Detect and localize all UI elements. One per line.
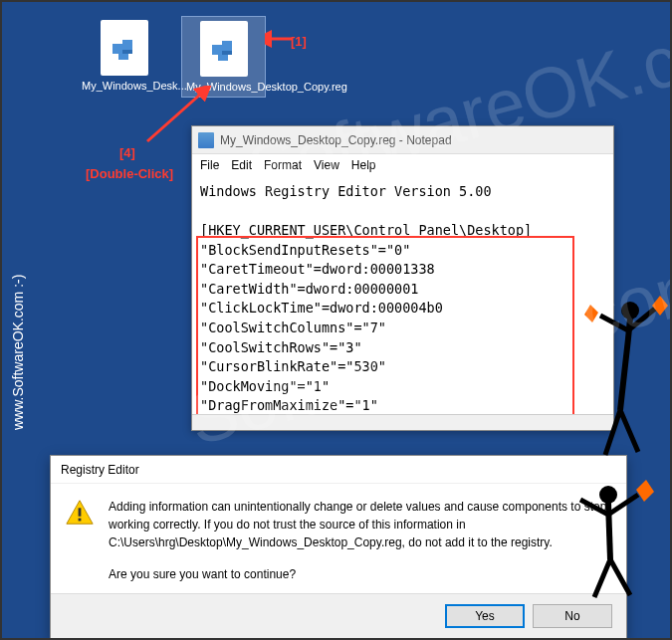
svg-rect-3 xyxy=(122,50,132,54)
dialog-body: Adding information can unintentionally c… xyxy=(51,484,626,593)
svg-rect-11 xyxy=(79,508,82,516)
dialog-message: Adding information can unintentionally c… xyxy=(109,498,612,551)
svg-rect-12 xyxy=(79,519,82,522)
site-credit: www.SoftwareOK.com :-) xyxy=(10,275,26,430)
notepad-titlebar[interactable]: My_Windows_Desktop_Copy.reg - Notepad xyxy=(192,126,613,154)
reg-file-glyph xyxy=(101,20,148,76)
menu-view[interactable]: View xyxy=(314,158,339,172)
reg-file-glyph xyxy=(200,21,248,77)
svg-rect-7 xyxy=(222,51,232,55)
notepad-menubar: File Edit Format View Help xyxy=(192,154,613,176)
dialog-footer: Yes No xyxy=(51,593,626,638)
menu-format[interactable]: Format xyxy=(264,158,302,172)
callout-4: [4] xyxy=(119,145,135,160)
dialog-titlebar[interactable]: Registry Editor xyxy=(51,456,626,484)
menu-edit[interactable]: Edit xyxy=(231,158,252,172)
horizontal-scrollbar[interactable] xyxy=(192,414,613,430)
svg-point-13 xyxy=(621,302,639,320)
dialog-title: Registry Editor xyxy=(61,463,139,477)
notepad-icon xyxy=(198,132,214,148)
arrow-to-icon xyxy=(265,30,295,48)
menu-file[interactable]: File xyxy=(200,158,219,172)
warning-icon xyxy=(65,498,95,528)
highlight-box xyxy=(196,236,574,420)
no-button[interactable]: No xyxy=(533,604,612,628)
registry-editor-dialog: Registry Editor Adding information can u… xyxy=(50,455,627,639)
callout-doubleclick: [Double-Click] xyxy=(86,166,173,181)
menu-help[interactable]: Help xyxy=(351,158,376,172)
dialog-question: Are you sure you want to continue? xyxy=(109,565,612,583)
svg-rect-5 xyxy=(222,41,232,51)
notepad-window[interactable]: My_Windows_Desktop_Copy.reg - Notepad Fi… xyxy=(191,125,614,431)
yes-button[interactable]: Yes xyxy=(445,604,525,628)
svg-rect-1 xyxy=(122,40,132,50)
notepad-title: My_Windows_Desktop_Copy.reg - Notepad xyxy=(220,133,452,147)
notepad-content-area[interactable]: Windows Registry Editor Version 5.00 [HK… xyxy=(192,176,613,430)
reg-file-icon-1[interactable]: My_Windows_Desk... xyxy=(82,20,166,92)
